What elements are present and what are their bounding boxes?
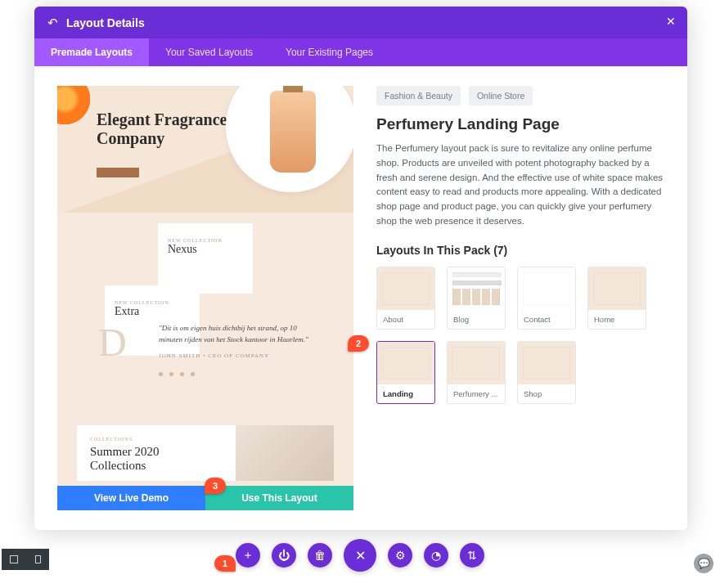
layout-card-label: Landing	[377, 384, 434, 403]
layout-card-blog[interactable]: Blog	[447, 267, 506, 330]
layout-thumbnail	[377, 342, 434, 384]
category-tags: Fashion & Beauty Online Store	[376, 86, 664, 105]
layout-card-landing[interactable]: Landing	[376, 341, 435, 404]
quote-text: "Dit is om eigen huis dichtbij het stran…	[159, 323, 321, 376]
power-icon[interactable]: ⏻	[272, 543, 296, 568]
back-icon[interactable]: ↶	[47, 16, 58, 30]
layout-card-perfumery[interactable]: Perfumery ...	[447, 341, 506, 404]
category-tag[interactable]: Online Store	[469, 86, 533, 105]
layout-description: The Perfumery layout pack is sure to rev…	[376, 141, 664, 229]
layout-card-label: About	[377, 310, 434, 329]
layout-card-shop[interactable]: Shop	[517, 341, 576, 404]
preview-cta-decor	[97, 168, 139, 177]
layout-card-label: Home	[588, 310, 646, 329]
preview-cards: NEW COLLECTION Nexus NEW COLLECTION Extr…	[57, 223, 353, 294]
text: Extra	[115, 305, 139, 317]
quote-author: JOHN SMITH • CEO OF COMPANY	[159, 352, 321, 361]
tab-label: Premade Layouts	[51, 47, 133, 58]
button-label: Use This Layout	[241, 492, 317, 504]
view-live-demo-button[interactable]: View Live Demo	[57, 486, 205, 510]
text: Nexus	[168, 243, 197, 255]
modal-body: Elegant Fragrance Company NEW COLLECTION…	[34, 66, 687, 530]
layout-card-home[interactable]: Home	[587, 267, 646, 330]
layout-title: Perfumery Landing Page	[376, 115, 664, 133]
dropcap-icon: D	[98, 323, 144, 369]
tabs-bar: Premade Layouts Your Saved Layouts Your …	[34, 38, 687, 66]
layouts-grid: About Blog Contact Home Landing	[376, 267, 664, 404]
pager-dots	[159, 372, 321, 376]
annotation-marker-1: 1	[214, 555, 236, 572]
sort-icon[interactable]: ⇅	[460, 543, 484, 568]
tab-label: Your Existing Pages	[286, 47, 373, 58]
layout-details-modal: ↶ Layout Details ✕ Premade Layouts Your …	[34, 7, 687, 530]
text: COLLECTIONS	[90, 437, 223, 442]
bottle-decor	[270, 91, 316, 173]
tab-existing-pages[interactable]: Your Existing Pages	[269, 38, 389, 66]
tag-label: Fashion & Beauty	[385, 91, 452, 101]
layout-thumbnail	[377, 267, 434, 310]
text: "Dit is om eigen huis dichtbij het stran…	[159, 324, 308, 343]
layout-card-label: Shop	[518, 384, 575, 403]
text: Company	[97, 129, 164, 147]
tab-saved-layouts[interactable]: Your Saved Layouts	[149, 38, 269, 66]
text: Elegant Fragrance	[97, 110, 227, 128]
annotation-marker-3: 3	[205, 478, 226, 494]
help-icon[interactable]: 💬	[694, 554, 713, 573]
builder-toolbar: ＋ ⏻ 🗑 ✕ ⚙ ◔ ⇅	[0, 539, 720, 572]
flower-icon	[57, 86, 95, 128]
button-label: View Live Demo	[94, 492, 169, 504]
layout-thumbnail	[518, 342, 575, 384]
pack-heading: Layouts In This Pack (7)	[376, 244, 664, 257]
layout-card-label: Contact	[518, 310, 575, 329]
category-tag[interactable]: Fashion & Beauty	[376, 86, 461, 105]
layout-thumbnail	[588, 267, 646, 310]
layout-details-column: Fashion & Beauty Online Store Perfumery …	[376, 86, 664, 510]
layout-card-contact[interactable]: Contact	[517, 267, 576, 330]
preview-mini-card: NEW COLLECTION Nexus	[158, 223, 253, 294]
tag-label: Online Store	[477, 91, 524, 101]
add-button[interactable]: ＋	[236, 543, 260, 568]
layout-preview: Elegant Fragrance Company NEW COLLECTION…	[57, 86, 353, 486]
use-this-layout-button[interactable]: Use This Layout	[205, 486, 353, 510]
tab-label: Your Saved Layouts	[165, 47, 253, 58]
settings-icon[interactable]: ⚙	[388, 543, 412, 568]
tab-premade-layouts[interactable]: Premade Layouts	[34, 38, 149, 66]
preview-hero: Elegant Fragrance Company	[57, 86, 353, 213]
trash-icon[interactable]: 🗑	[308, 543, 332, 568]
modal-title: Layout Details	[66, 16, 145, 29]
text: Collections	[90, 459, 146, 472]
layout-card-label: Blog	[448, 310, 505, 329]
preview-quote: D "Dit is om eigen huis dichtbij het str…	[98, 323, 321, 376]
preview-summer-block: COLLECTIONS Summer 2020Collections	[77, 425, 334, 481]
layout-card-label: Perfumery ...	[448, 384, 505, 403]
bottle-cap-decor	[283, 86, 303, 92]
preview-summer-image	[236, 425, 334, 481]
close-icon[interactable]: ✕	[666, 15, 676, 28]
layout-card-about[interactable]: About	[376, 267, 435, 330]
layout-thumbnail	[448, 342, 505, 384]
layout-preview-column: Elegant Fragrance Company NEW COLLECTION…	[57, 86, 353, 510]
annotation-marker-2: 2	[348, 335, 369, 352]
text: Summer 2020	[90, 445, 160, 458]
close-builder-button[interactable]: ✕	[344, 539, 376, 572]
history-icon[interactable]: ◔	[424, 543, 448, 568]
text: COLLECTIONS Summer 2020Collections	[77, 425, 236, 481]
layout-thumbnail	[448, 267, 505, 310]
modal-header: ↶ Layout Details ✕	[34, 7, 687, 38]
layout-thumbnail	[518, 267, 575, 310]
